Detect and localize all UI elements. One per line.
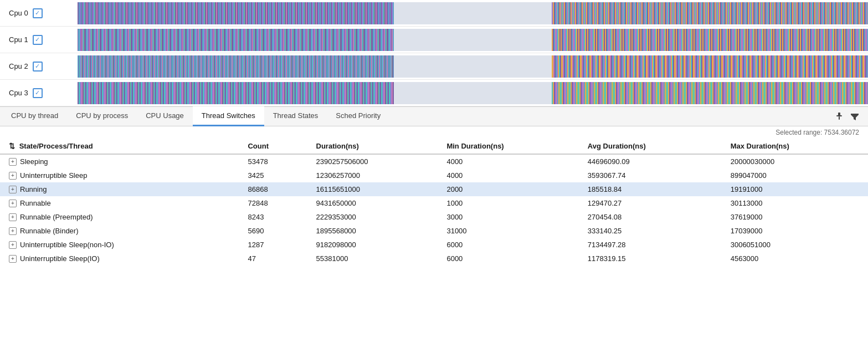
tab-icons bbox=[833, 110, 866, 123]
row-expander[interactable]: + bbox=[9, 158, 17, 166]
cell-count: 72848 bbox=[241, 196, 309, 210]
cpu-label-2: Cpu 2 ✓ bbox=[0, 62, 78, 72]
state-name: Sleeping bbox=[20, 157, 48, 166]
row-expander[interactable]: + bbox=[9, 255, 17, 263]
state-name: Uninterruptible Sleep bbox=[20, 171, 87, 180]
row-expander[interactable]: + bbox=[9, 213, 17, 221]
cell-max-duration: 17039000 bbox=[724, 224, 868, 238]
cell-min-duration: 6000 bbox=[440, 238, 581, 252]
cell-min-duration: 31000 bbox=[440, 224, 581, 238]
cell-duration: 12306257000 bbox=[310, 168, 440, 182]
pin-icon[interactable] bbox=[833, 110, 846, 123]
cpu-timeline: Cpu 0 ✓ Cpu 1 ✓ Cpu 2 ✓ bbox=[0, 0, 868, 106]
cpu2-track-selected bbox=[394, 55, 552, 78]
cell-avg-duration: 185518.84 bbox=[581, 182, 724, 196]
th-state[interactable]: ⇅ State/Process/Thread bbox=[0, 139, 241, 154]
cpu0-track-selected bbox=[394, 2, 552, 24]
cell-duration: 9431650000 bbox=[310, 196, 440, 210]
cpu-name-2: Cpu 2 bbox=[9, 62, 28, 70]
cell-name: + Uninterruptible Sleep bbox=[0, 168, 241, 182]
cpu3-track-selected bbox=[394, 82, 552, 104]
state-name: Runnable bbox=[20, 199, 51, 207]
cpu-label-0: Cpu 0 ✓ bbox=[0, 8, 78, 18]
cell-name: + Uninterruptible Sleep(IO) bbox=[0, 252, 241, 265]
cell-avg-duration: 3593067.74 bbox=[581, 168, 724, 182]
row-expander[interactable]: + bbox=[9, 186, 17, 193]
cpu-name-1: Cpu 1 bbox=[9, 35, 28, 44]
th-max-duration[interactable]: Max Duration(ns) bbox=[724, 139, 868, 154]
cpu-track-2 bbox=[78, 55, 868, 78]
cpu2-track-left bbox=[78, 55, 394, 78]
cpu-checkbox-2[interactable]: ✓ bbox=[33, 62, 43, 72]
row-expander[interactable]: + bbox=[9, 241, 17, 249]
tab-cpu-by-thread[interactable]: CPU by thread bbox=[2, 106, 67, 126]
cell-count: 47 bbox=[241, 252, 309, 265]
svg-rect-1 bbox=[836, 115, 842, 116]
cell-min-duration: 1000 bbox=[440, 196, 581, 210]
cell-avg-duration: 7134497.28 bbox=[581, 238, 724, 252]
cpu1-track-left bbox=[78, 29, 394, 51]
cpu-checkbox-3[interactable]: ✓ bbox=[33, 88, 43, 98]
table-row[interactable]: + Runnable (Preempted) 8243 2229353000 3… bbox=[0, 210, 868, 224]
tab-bar: CPU by thread CPU by process CPU Usage T… bbox=[0, 106, 868, 126]
cpu-track-1 bbox=[78, 29, 868, 51]
table-row[interactable]: + Sleeping 53478 2390257506000 4000 4469… bbox=[0, 154, 868, 168]
cpu2-track-right bbox=[552, 55, 868, 78]
cell-duration: 16115651000 bbox=[310, 182, 440, 196]
cpu-row-0: Cpu 0 ✓ bbox=[0, 0, 868, 27]
tab-cpu-by-process[interactable]: CPU by process bbox=[67, 106, 137, 126]
cell-name: + Runnable (Binder) bbox=[0, 224, 241, 238]
cell-name: + Runnable (Preempted) bbox=[0, 210, 241, 224]
cpu-checkbox-0[interactable]: ✓ bbox=[33, 8, 43, 18]
cell-max-duration: 19191000 bbox=[724, 182, 868, 196]
sort-icon: ⇅ bbox=[9, 142, 15, 150]
cell-duration: 9182098000 bbox=[310, 238, 440, 252]
svg-rect-2 bbox=[839, 116, 840, 120]
row-expander[interactable]: + bbox=[9, 172, 17, 180]
cell-min-duration: 4000 bbox=[440, 154, 581, 168]
cell-max-duration: 3006051000 bbox=[724, 238, 868, 252]
cell-name: + Runnable bbox=[0, 196, 241, 210]
cpu-checkbox-1[interactable]: ✓ bbox=[33, 35, 43, 45]
cell-min-duration: 6000 bbox=[440, 252, 581, 265]
table-row[interactable]: + Running 86868 16115651000 2000 185518.… bbox=[0, 182, 868, 196]
cell-count: 3425 bbox=[241, 168, 309, 182]
data-table: ⇅ State/Process/Thread Count Duration(ns… bbox=[0, 139, 868, 265]
cell-avg-duration: 333140.25 bbox=[581, 224, 724, 238]
table-row[interactable]: + Runnable (Binder) 5690 1895568000 3100… bbox=[0, 224, 868, 238]
th-min-duration[interactable]: Min Duration(ns) bbox=[440, 139, 581, 154]
tab-sched-priority[interactable]: Sched Priority bbox=[327, 106, 389, 126]
table-row[interactable]: + Runnable 72848 9431650000 1000 129470.… bbox=[0, 196, 868, 210]
table-row[interactable]: + Uninterruptible Sleep(non-IO) 1287 918… bbox=[0, 238, 868, 252]
cpu-track-0 bbox=[78, 2, 868, 24]
cell-duration: 1895568000 bbox=[310, 224, 440, 238]
cpu-label-1: Cpu 1 ✓ bbox=[0, 35, 78, 45]
cpu1-track-selected bbox=[394, 29, 552, 51]
state-name: Uninterruptible Sleep(non-IO) bbox=[20, 241, 114, 249]
th-duration[interactable]: Duration(ns) bbox=[310, 139, 440, 154]
cell-min-duration: 2000 bbox=[440, 182, 581, 196]
cell-name: + Sleeping bbox=[0, 154, 241, 168]
cell-max-duration: 30113000 bbox=[724, 196, 868, 210]
cell-max-duration: 4563000 bbox=[724, 252, 868, 265]
table-row[interactable]: + Uninterruptible Sleep(IO) 47 55381000 … bbox=[0, 252, 868, 265]
tab-thread-states[interactable]: Thread States bbox=[264, 106, 327, 126]
th-avg-duration[interactable]: Avg Duration(ns) bbox=[581, 139, 724, 154]
table-section: Selected range: 7534.36072 ⇅ State/Proce… bbox=[0, 126, 868, 265]
cpu-row-1: Cpu 1 ✓ bbox=[0, 27, 868, 53]
cpu1-track-right bbox=[552, 29, 868, 51]
state-name: Running bbox=[20, 185, 47, 193]
cell-avg-duration: 1178319.15 bbox=[581, 252, 724, 265]
state-name: Uninterruptible Sleep(IO) bbox=[20, 254, 100, 263]
row-expander[interactable]: + bbox=[9, 200, 17, 207]
th-count[interactable]: Count bbox=[241, 139, 309, 154]
row-expander[interactable]: + bbox=[9, 227, 17, 235]
tab-cpu-usage[interactable]: CPU Usage bbox=[137, 106, 193, 126]
cpu-track-3 bbox=[78, 82, 868, 104]
table-header-row: ⇅ State/Process/Thread Count Duration(ns… bbox=[0, 139, 868, 154]
cpu-label-3: Cpu 3 ✓ bbox=[0, 88, 78, 98]
tab-thread-switches[interactable]: Thread Switches bbox=[193, 106, 264, 126]
table-row[interactable]: + Uninterruptible Sleep 3425 12306257000… bbox=[0, 168, 868, 182]
filter-icon[interactable] bbox=[848, 110, 861, 123]
cpu-row-3: Cpu 3 ✓ bbox=[0, 80, 868, 106]
